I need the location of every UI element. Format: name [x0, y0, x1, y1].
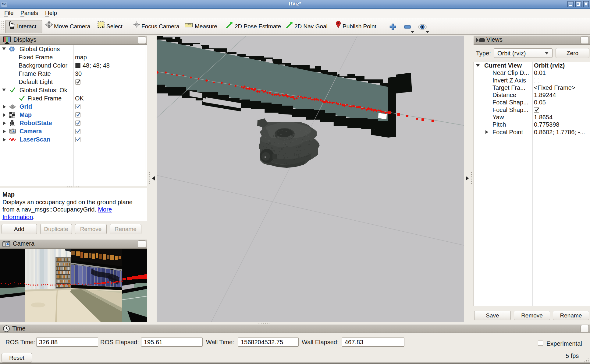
svg-text:RVi: RVi	[2, 3, 6, 6]
